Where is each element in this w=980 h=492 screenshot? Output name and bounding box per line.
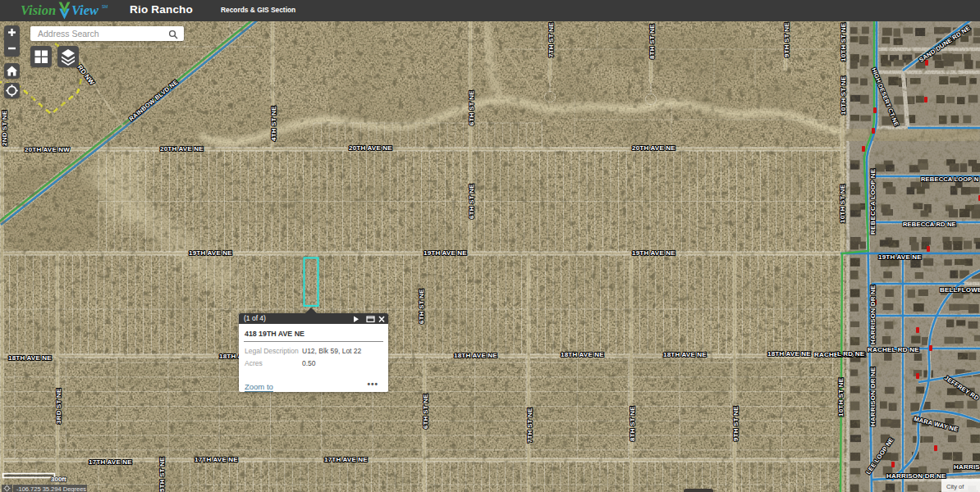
svg-text:8TH ST NE: 8TH ST NE <box>629 406 636 441</box>
svg-text:18TH AVE NE: 18TH AVE NE <box>663 351 707 358</box>
svg-text:-106.725 35.294 Degrees: -106.725 35.294 Degrees <box>16 485 86 492</box>
svg-text:6TH ST NE: 6TH ST NE <box>468 90 475 125</box>
svg-text:17TH AVE NE: 17TH AVE NE <box>195 456 238 463</box>
svg-text:6TH ST NE: 6TH ST NE <box>468 184 475 219</box>
svg-text:HARRISON DR NE: HARRISON DR NE <box>886 472 946 480</box>
svg-text:19TH AVE NE: 19TH AVE NE <box>878 253 922 261</box>
svg-text:10TH ST NE: 10TH ST NE <box>840 75 847 115</box>
svg-text:9TH ST NE: 9TH ST NE <box>732 406 740 441</box>
svg-text:20TH AVE NW: 20TH AVE NW <box>25 146 70 153</box>
svg-text:6TH ST NE: 6TH ST NE <box>422 394 429 429</box>
svg-text:10TH ST NE: 10TH ST NE <box>839 184 846 223</box>
svg-text:RACHEL RD NE: RACHEL RD NE <box>868 346 919 353</box>
svg-text:Vision: Vision <box>21 2 56 18</box>
svg-text:BELLFLOWE: BELLFLOWE <box>940 286 980 294</box>
svg-text:20TH AVE NE: 20TH AVE NE <box>160 145 204 153</box>
svg-text:HARRISON DR NE: HARRISON DR NE <box>869 285 877 344</box>
svg-text:300ft: 300ft <box>51 476 66 483</box>
svg-text:4TH ST NE: 4TH ST NE <box>270 106 277 141</box>
svg-text:7TH ST NE: 7TH ST NE <box>547 22 555 57</box>
svg-text:19TH AVE NE: 19TH AVE NE <box>424 249 467 257</box>
svg-text:7TH ST NE: 7TH ST NE <box>526 408 534 443</box>
svg-text:5TH ST NE: 5TH ST NE <box>158 457 166 492</box>
svg-text:10TH ST NE: 10TH ST NE <box>837 377 845 417</box>
svg-text:REBECCA RD NE: REBECCA RD NE <box>903 221 956 228</box>
svg-text:18TH AVE NE: 18TH AVE NE <box>454 352 497 359</box>
svg-text:10TH ST NE: 10TH ST NE <box>840 22 847 61</box>
svg-text:REBECCA LOOP N: REBECCA LOOP N <box>921 175 978 183</box>
svg-text:17TH AVE NE: 17TH AVE NE <box>89 458 132 466</box>
svg-text:8TH ST NE: 8TH ST NE <box>648 24 656 59</box>
svg-text:City of: City of <box>946 483 964 490</box>
svg-text:HARRISON DR NE: HARRISON DR NE <box>869 367 877 426</box>
svg-text:17TH AVE NE: 17TH AVE NE <box>324 456 368 463</box>
svg-text:18TH AVE NE: 18TH AVE NE <box>8 354 52 362</box>
svg-text:18TH AVE NE: 18TH AVE NE <box>561 351 604 358</box>
svg-text:L RD NE: L RD NE <box>837 350 865 358</box>
svg-text:19TH AVE NE: 19TH AVE NE <box>632 249 675 257</box>
svg-text:2ND ST NE: 2ND ST NE <box>1 110 8 146</box>
svg-text:18TH AVE NE: 18TH AVE NE <box>767 350 811 358</box>
svg-text:View: View <box>71 2 99 18</box>
svg-text:REBECCA LOOP NE: REBECCA LOOP NE <box>869 168 877 235</box>
svg-text:19TH AVE NE: 19TH AVE NE <box>189 249 232 257</box>
svg-text:6TH ST NE: 6TH ST NE <box>418 289 425 324</box>
svg-text:20TH AVE NE: 20TH AVE NE <box>349 144 392 152</box>
svg-text:HARRISO: HARRISO <box>954 463 980 471</box>
svg-text:3RD ST NE: 3RD ST NE <box>55 388 62 424</box>
svg-text:SM: SM <box>102 4 108 9</box>
svg-text:20TH AVE NE: 20TH AVE NE <box>632 144 675 152</box>
svg-text:9TH ST NE: 9TH ST NE <box>783 22 790 57</box>
